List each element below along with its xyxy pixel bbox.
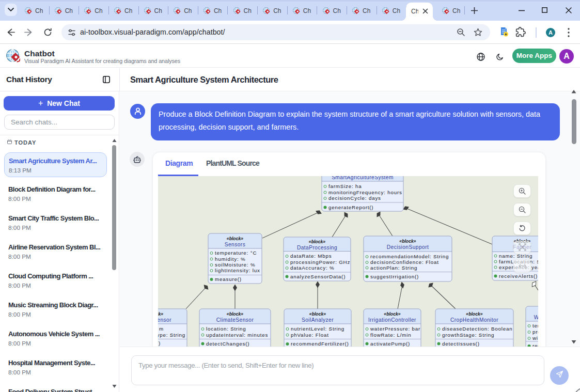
svg-text:growthStage: String: growthStage: String [442,332,494,338]
svg-text:recommendFertilizer(): recommendFertilizer() [291,341,349,347]
svg-text:nutrientLevel: String: nutrientLevel: String [291,326,344,332]
svg-text:IrrigationController: IrrigationController [368,317,416,323]
svg-text:lightIntensity: lux: lightIntensity: lux [215,268,260,273]
svg-text:WaterSensor: WaterSensor [158,317,171,323]
svg-text:generateReport(): generateReport() [328,205,373,210]
svg-text:phValue: Float: phValue: Float [291,332,329,338]
svg-text:temperature: °C: temperature: °C [215,250,257,256]
svg-text:actionPlan: String: actionPlan: String [370,265,417,271]
svg-text:decisionCycle: days: decisionCycle: days [328,195,381,201]
svg-text:DecisionSupport: DecisionSupport [387,244,429,250]
svg-text:soilMoisture: %: soilMoisture: % [215,262,255,268]
svg-text:«block»: «block» [309,311,326,317]
svg-text:activatePump(): activatePump() [370,341,410,347]
svg-text:humidity: %: humidity: % [215,256,245,262]
svg-text:location: String: location: String [206,326,246,332]
svg-text:suggestIrrigation(): suggestIrrigation() [370,274,419,279]
svg-text:dataAccuracy: %: dataAccuracy: % [290,265,335,271]
svg-text:WeatherStation: WeatherStation [534,315,538,320]
svg-text:receiveAlerts(): receiveAlerts() [499,273,538,279]
svg-text:detectChanges(): detectChanges() [206,341,249,347]
svg-text:«block»: «block» [466,311,483,317]
svg-text:temperature: °C: temperature: °C [532,323,538,328]
svg-text:dataRate: Mbps: dataRate: Mbps [290,253,332,259]
svg-text:processingPower: GHz: processingPower: GHz [290,259,350,265]
svg-text:«block»: «block» [384,311,401,317]
svg-text:farmSize: ha: farmSize: ha [328,183,362,189]
svg-text:recommendationModel: String: recommendationModel: String [370,254,449,259]
svg-text:SmartAgricultureSystem: SmartAgricultureSystem [332,176,394,180]
svg-text:detectIssues(): detectIssues() [442,341,480,347]
svg-text:CropHealthMonitor: CropHealthMonitor [450,317,498,323]
svg-text:«block»: «block» [309,239,326,244]
svg-text:report(): report() [532,343,538,347]
svg-text:updateInterval: minutes: updateInterval: minutes [206,332,268,338]
svg-text:sensorType: String: sensorType: String [158,332,185,338]
svg-text:process(): process() [158,340,161,346]
svg-text:waterPressure: bar: waterPressure: bar [370,326,420,332]
svg-text:decisionConfidence: Float: decisionConfidence: Float [370,259,439,265]
svg-text:DataProcessing: DataProcessing [297,245,337,250]
svg-text:«block»: «block» [399,239,416,244]
svg-text:measure(): measure() [215,276,242,282]
svg-text:windSpeed: m/s: windSpeed: m/s [532,335,538,341]
svg-text:«block»: «block» [227,311,244,317]
svg-text:flowRate: L/min: flowRate: L/min [370,332,412,338]
svg-text:«block»: «block» [158,311,163,317]
svg-text:monitoringFrequency: hours: monitoringFrequency: hours [328,190,402,195]
svg-text:SoilAnalyzer: SoilAnalyzer [302,317,334,323]
svg-text:ClimateSensor: ClimateSensor [216,317,254,323]
svg-text:analyzeSensorData(): analyzeSensorData() [290,274,346,279]
svg-text:diseaseDetection: Boolean: diseaseDetection: Boolean [442,326,513,332]
svg-text:pressure: hPa: pressure: hPa [532,329,538,335]
svg-text:Sensors: Sensors [225,242,246,247]
svg-text:interval: m: interval: m [158,326,164,332]
svg-text:«block»: «block» [227,236,244,241]
